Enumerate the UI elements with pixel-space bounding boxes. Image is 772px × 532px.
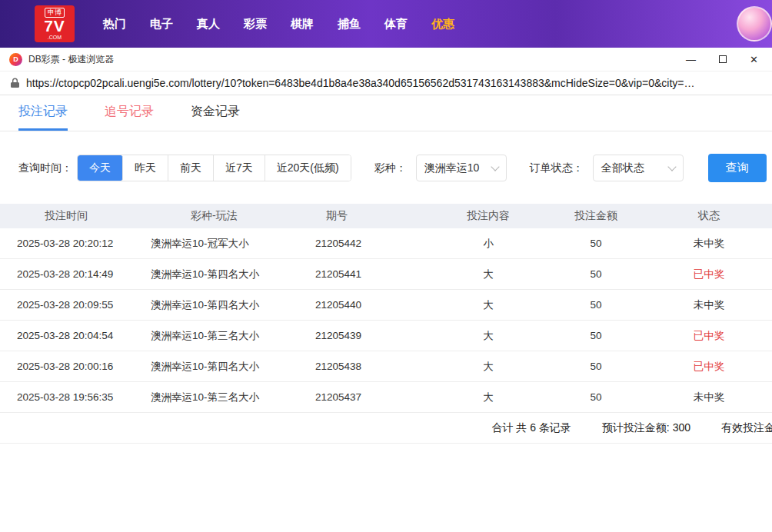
cell-issue: 21205439 [308,330,431,341]
cell-issue: 21205440 [308,299,431,311]
nav-item-cards[interactable]: 棋牌 [290,17,314,32]
bet-records-table: 投注时间 彩种-玩法 期号 投注内容 投注金额 状态 2025-03-28 20… [0,204,772,444]
record-tabs: 投注记录 追号记录 资金记录 [0,95,772,131]
cell-content: 大 [431,391,546,404]
header-game-play: 彩种-玩法 [131,209,308,223]
close-button[interactable]: ✕ [750,55,758,65]
cell-content: 大 [431,360,546,374]
logo-domain-text: .COM [48,35,62,41]
logo-tag: 申博 [45,8,65,18]
nav-item-sports[interactable]: 体育 [384,17,408,32]
tab-bet-records[interactable]: 投注记录 [18,95,68,131]
nav-item-hot[interactable]: 热门 [102,17,127,32]
nav-item-lottery[interactable]: 彩票 [243,17,268,32]
cell-status: 已中奖 [646,268,772,281]
lottery-select[interactable]: 澳洲幸运10 [416,155,507,181]
nav-item-slots[interactable]: 电子 [149,17,174,32]
table-row: 2025-03-28 20:14:49 澳洲幸运10-第四名大小 2120544… [0,259,772,290]
summary-valid-amount: 有效投注金额 [721,421,772,435]
cell-bet-time: 2025-03-28 20:14:49 [0,268,131,280]
cell-status: 未中奖 [646,237,772,251]
maximize-icon [719,55,727,63]
nav-item-fishing[interactable]: 捕鱼 [337,17,361,32]
tab-chase-records[interactable]: 追号记录 [105,95,154,131]
site-logo[interactable]: 申博 7V .COM [35,5,75,42]
window-title: DB彩票 - 极速浏览器 [28,53,114,66]
cell-bet-time: 2025-03-28 20:20:12 [0,238,131,249]
cell-game-play: 澳洲幸运10-第三名大小 [131,391,308,404]
cell-amount: 50 [546,330,646,341]
time-option-yesterday[interactable]: 昨天 [123,155,168,181]
cell-content: 大 [431,298,546,312]
filter-row: 查询时间： 今天 昨天 前天 近7天 近20天(低频) 彩种： 澳洲幸运10 订… [18,154,772,182]
cell-status: 未中奖 [646,391,772,404]
lock-icon [11,78,19,88]
cell-amount: 50 [546,391,646,403]
nav-item-live[interactable]: 真人 [196,17,221,32]
cell-bet-time: 2025-03-28 19:56:35 [0,391,131,403]
browser-app-icon: D [9,53,22,66]
order-status-value: 全部状态 [601,161,644,175]
cell-game-play: 澳洲幸运10-第四名大小 [131,298,308,312]
chevron-down-icon [667,162,676,171]
tab-fund-records[interactable]: 资金记录 [191,95,240,131]
table-row: 2025-03-28 20:04:54 澳洲幸运10-第三名大小 2120543… [0,321,772,351]
search-button[interactable]: 查询 [708,154,767,182]
header-bet-time: 投注时间 [0,209,131,223]
table-row: 2025-03-28 20:00:16 澳洲幸运10-第四名大小 2120543… [0,351,772,382]
window-controls: — ✕ [686,55,763,65]
cell-status: 已中奖 [646,329,772,343]
cell-issue: 21205438 [308,361,431,372]
header-issue: 期号 [308,209,431,223]
header-amount: 投注金额 [546,209,646,223]
cell-bet-time: 2025-03-28 20:00:16 [0,361,131,372]
cell-content: 大 [431,329,546,343]
cell-amount: 50 [546,268,646,280]
header-content: 投注内容 [431,209,546,223]
cell-issue: 21205442 [308,238,431,249]
nav-item-promo[interactable]: 优惠 [431,17,455,32]
cell-content: 小 [431,237,546,251]
cell-game-play: 澳洲幸运10-第四名大小 [131,360,308,374]
table-row: 2025-03-28 19:56:35 澳洲幸运10-第三名大小 2120543… [0,382,772,413]
cell-game-play: 澳洲幸运10-第三名大小 [131,329,308,343]
header-status: 状态 [646,209,772,223]
cell-bet-time: 2025-03-28 20:09:55 [0,299,131,311]
cell-status: 已中奖 [646,360,772,374]
lottery-filter-label: 彩种： [374,161,407,175]
order-status-select[interactable]: 全部状态 [593,155,684,181]
cell-bet-time: 2025-03-28 20:04:54 [0,330,131,341]
chevron-down-icon [491,162,499,171]
maximize-button[interactable] [719,55,727,65]
logo-main-text: 7V [44,18,65,35]
lottery-select-value: 澳洲幸运10 [424,161,480,175]
time-option-daybefore[interactable]: 前天 [168,155,214,181]
cell-content: 大 [431,268,546,281]
time-option-today[interactable]: 今天 [78,155,123,181]
cell-amount: 50 [546,238,646,249]
summary-expected-amount: 预计投注金额: 300 [602,421,690,435]
url-text[interactable]: https://ctopcp02pcali.uengi5e.com/lotter… [26,77,694,89]
cell-status: 未中奖 [646,298,772,312]
table-row: 2025-03-28 20:20:12 澳洲幸运10-冠军大小 21205442… [0,228,772,259]
status-filter-label: 订单状态： [530,161,584,175]
cell-amount: 50 [546,361,646,372]
table-row: 2025-03-28 20:09:55 澳洲幸运10-第四名大小 2120544… [0,290,772,321]
minimize-button[interactable]: — [686,55,696,65]
window-titlebar: D DB彩票 - 极速浏览器 — ✕ [0,48,772,71]
time-filter-label: 查询时间： [18,161,72,175]
table-summary-row: 合计 共 6 条记录 预计投注金额: 300 有效投注金额 [0,413,772,444]
time-option-7days[interactable]: 近7天 [214,155,265,181]
cell-issue: 21205437 [308,391,431,403]
promo-topbar: 申博 7V .COM 热门 电子 真人 彩票 棋牌 捕鱼 体育 优惠 [0,0,772,48]
cell-issue: 21205441 [308,268,431,280]
time-range-group: 今天 昨天 前天 近7天 近20天(低频) [77,155,351,181]
cell-game-play: 澳洲幸运10-冠军大小 [131,237,308,251]
table-header-row: 投注时间 彩种-玩法 期号 投注内容 投注金额 状态 [0,204,772,228]
summary-total-count: 合计 共 6 条记录 [491,421,571,435]
cell-amount: 50 [546,299,646,311]
avatar[interactable] [737,6,772,42]
time-option-20days[interactable]: 近20天(低频) [265,155,351,181]
address-bar[interactable]: https://ctopcp02pcali.uengi5e.com/lotter… [0,71,772,95]
cell-game-play: 澳洲幸运10-第四名大小 [131,268,308,281]
